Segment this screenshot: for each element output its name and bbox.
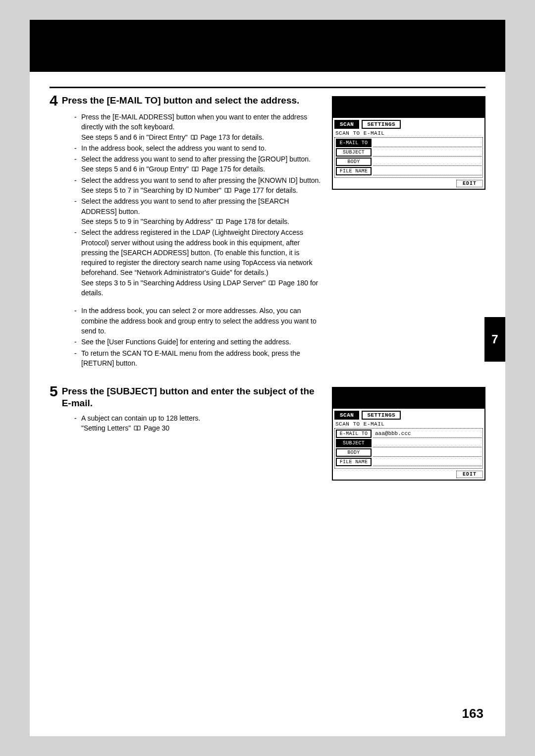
subject-value (373, 439, 482, 447)
subject-value (373, 148, 482, 157)
email-to-value: aaa@bbb.ccc (373, 430, 482, 438)
panel-black-top (333, 97, 484, 118)
tab-settings[interactable]: SETTINGS (362, 411, 401, 420)
step-number: 4 (50, 93, 58, 108)
bullet-text: Select the address registered in the LDA… (81, 227, 322, 298)
panel-title: SCAN TO E-MAIL (335, 421, 483, 427)
filename-button[interactable]: FILE NAME (336, 458, 372, 466)
step4-bullets: -Press the [E-MAIL ADDRESS] button when … (74, 112, 322, 368)
edit-button[interactable]: EDIT (456, 471, 483, 478)
screen-panel-1: SCAN SETTINGS SCAN TO E-MAIL E-MAIL TO S… (332, 96, 485, 190)
bullet-text: A subject can contain up to 128 letters.… (81, 413, 322, 433)
thumb-tab: 7 (484, 317, 505, 362)
bullet-text: Select the address you want to send to a… (81, 175, 322, 196)
bullet-text: In the address book, select the address … (81, 143, 322, 153)
filename-value (373, 458, 482, 466)
header-black-band (30, 20, 505, 72)
tab-scan[interactable]: SCAN (334, 411, 359, 420)
bullet-text: Press the [E-MAIL ADDRESS] button when y… (81, 112, 322, 142)
body-button[interactable]: BODY (336, 158, 372, 166)
filename-button[interactable]: FILE NAME (336, 167, 372, 175)
step-title: Press the [SUBJECT] button and enter the… (62, 384, 322, 409)
bullet-text: See the [User Functions Guide] for enter… (81, 337, 322, 347)
bullet-text: To return the SCAN TO E-MAIL menu from t… (81, 348, 322, 369)
page-number: 163 (462, 706, 483, 721)
panel-black-top (333, 388, 484, 409)
edit-button[interactable]: EDIT (456, 180, 483, 187)
step-number: 5 (50, 384, 58, 399)
panel-title: SCAN TO E-MAIL (335, 130, 483, 136)
bullet-text: Select the address you want to send to a… (81, 196, 322, 226)
body-button[interactable]: BODY (336, 448, 372, 457)
tab-settings[interactable]: SETTINGS (362, 120, 401, 129)
tab-scan[interactable]: SCAN (334, 120, 359, 129)
step5-block: 5 Press the [SUBJECT] button and enter t… (30, 379, 505, 481)
body-value (373, 158, 482, 166)
screen-panel-2: SCAN SETTINGS SCAN TO E-MAIL E-MAIL TOaa… (332, 387, 485, 481)
email-to-button[interactable]: E-MAIL TO (336, 430, 372, 438)
bullet-text: Select the address you want to send to a… (81, 154, 322, 174)
subject-button[interactable]: SUBJECT (336, 439, 372, 447)
subject-button[interactable]: SUBJECT (336, 148, 372, 157)
email-to-button[interactable]: E-MAIL TO (336, 139, 372, 147)
step-title: Press the [E-MAIL TO] button and select … (62, 93, 300, 107)
body-value (373, 448, 482, 457)
filename-value (373, 167, 482, 175)
step5-bullets: -A subject can contain up to 128 letters… (74, 413, 322, 433)
step4-block: 4 Press the [E-MAIL TO] button and selec… (30, 88, 505, 379)
email-to-value (373, 139, 482, 147)
bullet-text: In the address book, you can select 2 or… (81, 306, 322, 336)
page: 4 Press the [E-MAIL TO] button and selec… (30, 20, 505, 736)
